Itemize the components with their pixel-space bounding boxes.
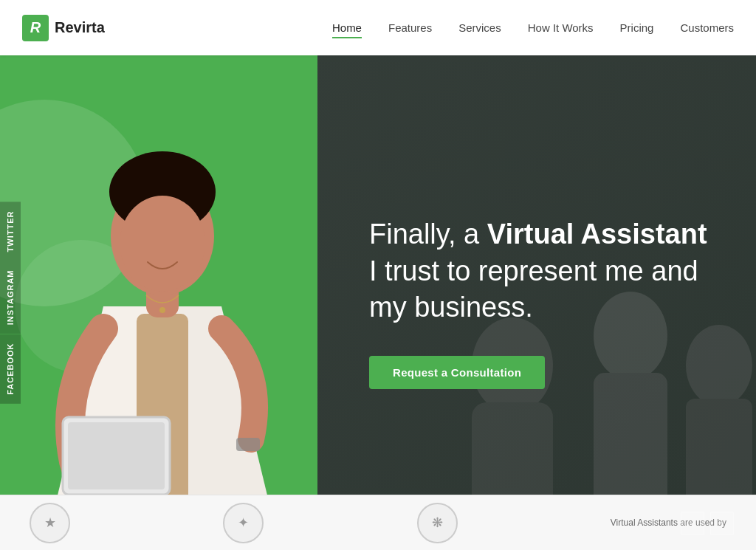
nav-link-how-it-works[interactable]: How It Works bbox=[528, 21, 594, 37]
badge-icon-3: ❋ bbox=[417, 503, 458, 543]
hero-left-panel bbox=[0, 55, 317, 550]
svg-point-8 bbox=[120, 196, 205, 292]
headline-post: I trust to represent me and my business. bbox=[369, 255, 698, 323]
social-instagram[interactable]: Instagram bbox=[0, 261, 21, 334]
nav-item-how-it-works[interactable]: How It Works bbox=[528, 21, 594, 35]
prev-icon: ‹ bbox=[691, 518, 695, 529]
hero-content: Finally, a Virtual Assistant I trust to … bbox=[369, 216, 712, 388]
hero-section: Twitter Instagram Facebook bbox=[0, 55, 756, 550]
nav-item-home[interactable]: Home bbox=[332, 21, 362, 35]
svg-rect-10 bbox=[68, 422, 165, 489]
svg-point-11 bbox=[159, 307, 165, 313]
social-sidebar: Twitter Instagram Facebook bbox=[0, 202, 21, 403]
social-twitter[interactable]: Twitter bbox=[0, 202, 21, 261]
carousel-prev-button[interactable]: ‹ bbox=[681, 512, 704, 535]
hero-headline: Finally, a Virtual Assistant I trust to … bbox=[369, 216, 712, 326]
brand-name: Revirta bbox=[55, 19, 105, 36]
cta-button[interactable]: Request a Consultation bbox=[369, 356, 545, 389]
nav-links: Home Features Services How It Works Pric… bbox=[332, 21, 734, 35]
bottom-strip: ★ ✦ ❋ Virtual Assistants are used by bbox=[0, 495, 756, 550]
person-illustration bbox=[15, 78, 310, 550]
social-facebook[interactable]: Facebook bbox=[0, 334, 21, 403]
headline-bold: Virtual Assistant bbox=[487, 219, 707, 250]
nav-link-pricing[interactable]: Pricing bbox=[620, 21, 654, 37]
navbar: R Revirta Home Features Services How It … bbox=[0, 0, 756, 55]
svg-rect-12 bbox=[236, 438, 260, 451]
logo-icon: R bbox=[22, 15, 49, 41]
carousel-controls: ‹ › bbox=[681, 512, 734, 535]
nav-item-features[interactable]: Features bbox=[388, 21, 432, 35]
nav-item-customers[interactable]: Customers bbox=[680, 21, 734, 35]
nav-link-home[interactable]: Home bbox=[332, 21, 362, 38]
headline-pre: Finally, a bbox=[369, 219, 487, 250]
badge-icon-1: ★ bbox=[30, 503, 70, 543]
nav-link-services[interactable]: Services bbox=[458, 21, 501, 37]
next-icon: › bbox=[721, 518, 724, 529]
nav-link-features[interactable]: Features bbox=[388, 21, 432, 37]
logo[interactable]: R Revirta bbox=[22, 15, 105, 41]
nav-link-customers[interactable]: Customers bbox=[680, 21, 734, 37]
badge-3: ❋ bbox=[417, 503, 458, 543]
nav-item-pricing[interactable]: Pricing bbox=[620, 21, 654, 35]
badge-icon-2: ✦ bbox=[223, 503, 264, 543]
badge-2: ✦ bbox=[223, 503, 264, 543]
hero-right-panel: Finally, a Virtual Assistant I trust to … bbox=[317, 55, 756, 550]
badge-1: ★ bbox=[30, 503, 70, 543]
carousel-next-button[interactable]: › bbox=[710, 512, 734, 535]
nav-item-services[interactable]: Services bbox=[458, 21, 501, 35]
